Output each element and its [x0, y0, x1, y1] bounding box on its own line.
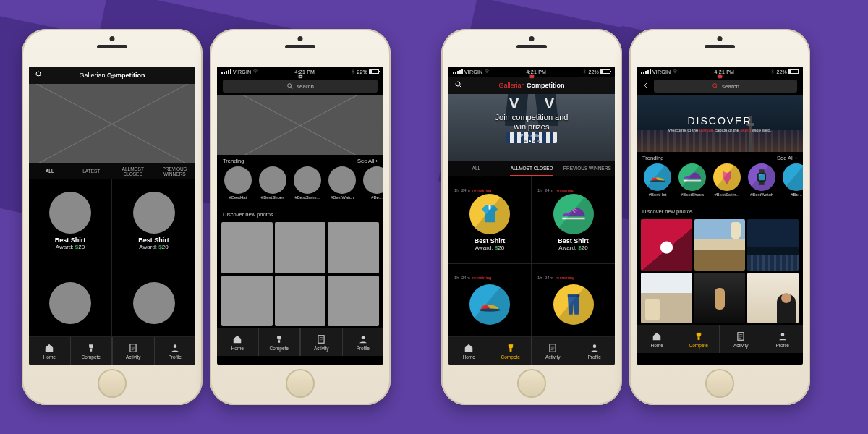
tab-home[interactable]: Home [29, 337, 70, 365]
hero-banner[interactable]: DISCOVER Welcome to the fashion capital … [637, 95, 803, 152]
product-name: Best Shirt [138, 237, 169, 244]
tab-previous-winners[interactable]: PREVIOUS WINNERS [154, 163, 196, 179]
competition-card[interactable] [29, 263, 112, 338]
photo-tile[interactable] [747, 219, 799, 271]
tab-compete[interactable]: Compete [71, 337, 112, 365]
competition-card[interactable]: 1h 24m remaining Best Shirt Award: $20 [448, 176, 532, 264]
svg-rect-23 [757, 173, 766, 182]
photo-tile[interactable] [275, 222, 326, 273]
photo-tile[interactable] [694, 219, 746, 271]
tab-almost-closed[interactable]: ALLMOST CLOSED [504, 161, 560, 176]
battery-pct: 22% [357, 69, 367, 75]
photo-tile[interactable] [641, 273, 692, 324]
product-name: Best Shirt [558, 237, 589, 244]
tab-activity[interactable]: Activity [532, 337, 574, 365]
tab-home[interactable]: Home [217, 328, 258, 356]
svg-rect-27 [719, 75, 720, 75]
tab-all[interactable]: ALL [448, 161, 504, 176]
carousel-dots[interactable] [524, 140, 540, 142]
product-award: Award: $20 [139, 244, 168, 250]
photo-tile[interactable] [221, 222, 273, 273]
section-title: Trending [223, 158, 244, 164]
search-input[interactable]: search [654, 80, 797, 93]
tab-all[interactable]: ALL [29, 163, 71, 179]
competition-card[interactable] [112, 263, 195, 338]
see-all-link[interactable]: See All › [777, 155, 797, 161]
filter-tabs: ALL ALLMOST CLOSED PREVIOUS WINNERS [448, 161, 615, 176]
tab-compete[interactable]: Compete [259, 328, 300, 356]
trending-chip[interactable]: #BestSwim... [712, 163, 742, 205]
search-icon[interactable] [454, 80, 463, 90]
tab-previous-winners[interactable]: PREVIOUS WINNERS [559, 161, 615, 176]
trending-chip[interactable]: #BestSwim... [292, 166, 323, 208]
product-image-placeholder [49, 282, 91, 324]
competition-card[interactable]: Best Shirt Award: $20 [112, 179, 195, 263]
trending-chip[interactable]: #Be... [362, 166, 383, 208]
search-icon[interactable] [35, 70, 43, 80]
tab-activity[interactable]: Activity [113, 337, 154, 365]
battery-icon [369, 69, 379, 74]
tab-latest[interactable]: LATEST [71, 163, 113, 179]
svg-rect-9 [299, 75, 301, 75]
tab-home[interactable]: Home [637, 326, 678, 353]
section-header-discover: Discover new photos [217, 208, 383, 220]
tab-almost-closed[interactable]: ALLMOST CLOSED [112, 163, 154, 179]
photo-tile[interactable] [641, 219, 692, 271]
hat-icon [644, 163, 671, 191]
bluetooth-icon [582, 69, 587, 75]
countdown: 1h 24m remaining [448, 276, 491, 280]
phone-mockup: VIRGIN 4:21 PM 22% search Trending See A… [210, 29, 391, 405]
product-image [553, 284, 594, 325]
trending-chip[interactable]: #BestHat [223, 166, 253, 208]
photo-tile[interactable] [275, 276, 326, 327]
photo-tile[interactable] [221, 276, 273, 327]
tab-profile[interactable]: Profile [343, 328, 384, 356]
photo-tile[interactable] [747, 273, 799, 324]
back-button[interactable] [642, 82, 650, 90]
tab-activity[interactable]: Activity [720, 326, 762, 353]
photo-tile[interactable] [694, 273, 746, 324]
tab-camera[interactable] [298, 74, 303, 79]
see-all-link[interactable]: See All › [357, 158, 378, 164]
search-bar: search [637, 77, 803, 95]
search-input[interactable]: search [223, 80, 378, 93]
product-award: Award: $20 [558, 244, 587, 251]
screen-compete-color: VIRGIN 4:21 PM 22% Gallerian Competition [448, 67, 615, 365]
trending-chip[interactable]: #BestWatch [746, 163, 777, 205]
tab-profile[interactable]: Profile [155, 337, 196, 365]
section-title: Discover new photos [642, 208, 693, 215]
competition-card[interactable]: 1h 24m remaining [448, 264, 532, 338]
photo-tile[interactable] [328, 222, 379, 273]
photo-tile[interactable] [328, 276, 379, 327]
competition-card[interactable]: 1h 24m remaining Best Shirt Award: $20 [532, 176, 615, 264]
battery-pct: 22% [776, 69, 787, 75]
tab-home[interactable]: Home [448, 337, 490, 365]
tab-profile[interactable]: Profile [762, 326, 804, 353]
competition-card[interactable]: Best Shirt Award: $20 [29, 179, 112, 263]
tab-compete[interactable]: Compete [490, 337, 532, 365]
tab-activity[interactable]: Activity [301, 328, 342, 356]
trending-chip[interactable]: #BestHat [642, 163, 673, 205]
trending-chip[interactable]: #BestShoes [677, 163, 707, 205]
countdown: 1h 24m remaining [532, 276, 574, 280]
filter-tabs: ALL LATEST ALLMOST CLOSED PREVIOUS WINNE… [29, 163, 195, 179]
hero-banner[interactable]: V V Join competition and win prizes Post… [448, 94, 615, 161]
svg-rect-3 [111, 75, 113, 75]
trending-chip[interactable]: #BestShoes [258, 166, 288, 208]
hero-sub: Post selfies [521, 133, 543, 137]
tab-profile[interactable]: Profile [574, 337, 616, 365]
hero-line-1: Join competition and [495, 113, 569, 122]
trending-chip[interactable]: #Be... [781, 163, 803, 205]
tab-camera[interactable] [718, 74, 723, 79]
svg-point-19 [713, 84, 717, 88]
swimsuit-icon [713, 163, 741, 191]
trending-strip[interactable]: #BestHat #BestShoes #BestSwim... #BestWa… [637, 163, 803, 205]
tab-camera[interactable] [110, 74, 115, 79]
trending-strip[interactable]: #BestHat #BestShoes #BestSwim... #BestWa… [217, 166, 383, 208]
tab-compete[interactable]: Compete [678, 326, 720, 353]
svg-point-15 [531, 76, 532, 77]
competition-card[interactable]: 1h 24m remaining [532, 264, 615, 338]
trending-chip[interactable]: #BestWatch [327, 166, 357, 208]
product-image [469, 194, 510, 234]
tab-camera[interactable] [529, 74, 535, 79]
